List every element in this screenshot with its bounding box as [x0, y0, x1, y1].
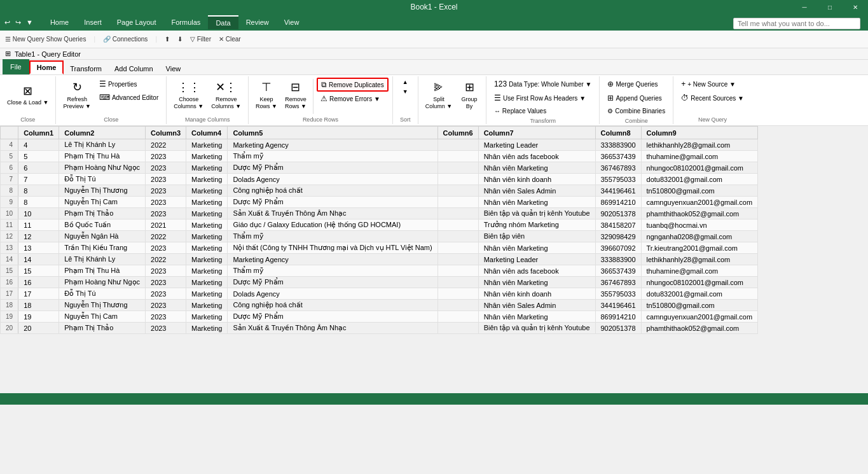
table-cell[interactable]: Marketing [186, 288, 228, 300]
table-cell[interactable] [437, 185, 478, 197]
col-header-2[interactable]: Column2 [59, 127, 146, 139]
table-cell[interactable]: 344196461 [595, 300, 641, 311]
table-cell[interactable] [437, 288, 478, 300]
table-cell[interactable]: phamthithaok052@gmail.com [641, 208, 757, 220]
table-cell[interactable]: Bồ Quốc Tuấn [59, 220, 146, 231]
table-cell[interactable]: Nhân viên Sales Admin [478, 185, 595, 197]
table-cell[interactable]: Biên tập và quản trị kênh Youtube [478, 323, 595, 334]
table-cell[interactable]: nhungoc08102001@gmail.com [641, 162, 757, 174]
table-cell[interactable]: Dược Mỹ Phẩm [228, 277, 437, 288]
table-cell[interactable]: Phạm Hoàng Như Ngọc [59, 277, 146, 288]
table-cell[interactable]: 902051378 [595, 208, 641, 220]
table-row[interactable]: 1212Nguyễn Ngân Hà2022MarketingThẩm mỹBi… [1, 231, 758, 242]
table-cell[interactable]: Nhân viên Marketing [478, 197, 595, 208]
col-header-8[interactable]: Column8 [595, 127, 641, 139]
table-cell[interactable]: Lê Thị Khánh Ly [59, 254, 146, 265]
col-header-4[interactable]: Column4 [186, 127, 228, 139]
undo-btn[interactable]: ↩ [3, 17, 12, 28]
table-cell[interactable]: Đỗ Thị Tú [59, 288, 146, 300]
table-cell[interactable]: Công nghiệp hoá chất [228, 185, 437, 197]
table-cell[interactable]: Thẩm mỹ [228, 151, 437, 162]
table-cell[interactable]: Lê Thị Khánh Ly [59, 139, 146, 151]
data-type-btn[interactable]: 123 Data Type: Whole Number ▼ [490, 78, 595, 90]
col-header-6[interactable]: Column6 [437, 127, 478, 139]
table-cell[interactable]: 13 [18, 242, 59, 254]
table-row[interactable]: 1313Trần Thị Kiều Trang2023MarketingNội … [1, 242, 758, 254]
table-cell[interactable]: 16 [18, 277, 59, 288]
table-cell[interactable] [437, 139, 478, 151]
table-cell[interactable] [437, 174, 478, 185]
remove-errors-btn[interactable]: ⚠ Remove Errors ▼ [317, 92, 389, 105]
table-cell[interactable]: thuhamine@gmail.com [641, 151, 757, 162]
table-cell[interactable]: 10 [18, 208, 59, 220]
sort-desc-ribbon-btn[interactable]: ▼ [400, 87, 411, 96]
table-cell[interactable]: 902051378 [595, 323, 641, 334]
properties-btn[interactable]: ☰ Properties [95, 78, 162, 90]
table-cell[interactable]: Biên tập và quản trị kênh Youtube [478, 208, 595, 220]
table-cell[interactable]: nhungoc08102001@gmail.com [641, 277, 757, 288]
table-cell[interactable]: 2023 [146, 197, 186, 208]
table-cell[interactable]: 5 [18, 151, 59, 162]
table-cell[interactable]: Nhân viên Marketing [478, 311, 595, 323]
table-cell[interactable] [437, 242, 478, 254]
table-cell[interactable]: 2023 [146, 208, 186, 220]
qe-tab-add-column[interactable]: Add Column [108, 63, 160, 74]
table-cell[interactable]: Phạm Thị Thảo [59, 208, 146, 220]
table-cell[interactable]: Nguyễn Thị Thương [59, 185, 146, 197]
table-cell[interactable]: Phạm Hoàng Như Ngọc [59, 162, 146, 174]
table-cell[interactable]: 869914210 [595, 311, 641, 323]
table-cell[interactable]: Nội thất (Công ty TNHH Thương mại và Dịc… [228, 242, 437, 254]
table-cell[interactable]: Nguyễn Thị Cam [59, 311, 146, 323]
combine-binaries-btn[interactable]: ⚙ Combine Binaries [603, 106, 669, 116]
merge-queries-btn[interactable]: ⊕ Merge Queries [603, 78, 669, 90]
advanced-editor-btn[interactable]: ⌨ Advanced Editor [95, 91, 162, 104]
table-cell[interactable]: Biên tập viên [478, 231, 595, 242]
table-cell[interactable]: Dược Mỹ Phẩm [228, 311, 437, 323]
tab-insert[interactable]: Insert [76, 15, 109, 29]
close-load-btn[interactable]: ⊠ Close & Load ▼ [4, 78, 52, 113]
table-cell[interactable]: Tr.kieutrang2001@gmail.com [641, 242, 757, 254]
table-row[interactable]: 1010Phạm Thị Thảo2023MarketingSản Xuất &… [1, 208, 758, 220]
replace-values-btn[interactable]: ↔ Replace Values [490, 106, 595, 116]
table-row[interactable]: 55Phạm Thị Thu Hà2023MarketingThẩm mỹNhâ… [1, 151, 758, 162]
show-queries-btn[interactable]: ☰ New Query Show Queries [5, 36, 86, 43]
table-cell[interactable]: Marketing [186, 323, 228, 334]
table-cell[interactable]: Nhân viên Marketing [478, 277, 595, 288]
group-by-btn[interactable]: ⊞ GroupBy [457, 78, 482, 113]
table-cell[interactable]: Marketing [186, 254, 228, 265]
sort-asc-ribbon-btn[interactable]: ▲ [400, 78, 411, 87]
table-cell[interactable]: Marketing Agency [228, 254, 437, 265]
tab-review[interactable]: Review [238, 15, 277, 29]
table-row[interactable]: 1919Nguyễn Thị Cam2023MarketingDược Mỹ P… [1, 311, 758, 323]
table-cell[interactable]: 333883900 [595, 139, 641, 151]
table-cell[interactable]: 2023 [146, 162, 186, 174]
table-cell[interactable]: Công nghiệp hoá chất [228, 300, 437, 311]
table-cell[interactable]: Nhân viên ads facebook [478, 151, 595, 162]
table-cell[interactable]: Marketing [186, 162, 228, 174]
table-cell[interactable]: Nguyễn Thị Thương [59, 300, 146, 311]
remove-duplicates-btn[interactable]: ⧉ Remove Duplicates [317, 78, 389, 92]
col-header-3[interactable]: Column3 [146, 127, 186, 139]
table-cell[interactable]: Marketing [186, 300, 228, 311]
table-cell[interactable]: Nguyễn Ngân Hà [59, 231, 146, 242]
table-cell[interactable]: Thẩm mỹ [228, 231, 437, 242]
tab-page-layout[interactable]: Page Layout [109, 15, 164, 29]
qe-tab-file[interactable]: File [3, 59, 29, 74]
table-cell[interactable]: Thẩm mỹ [228, 265, 437, 277]
table-cell[interactable]: camnguyenxuan2001@gmail.com [641, 311, 757, 323]
table-cell[interactable] [437, 208, 478, 220]
table-cell[interactable]: 2023 [146, 242, 186, 254]
table-cell[interactable]: 396607092 [595, 242, 641, 254]
table-cell[interactable]: Marketing [186, 139, 228, 151]
append-queries-btn[interactable]: ⊞ Append Queries [603, 92, 669, 104]
sort-desc-btn[interactable]: ⬇ [177, 36, 183, 43]
table-cell[interactable]: 2022 [146, 139, 186, 151]
table-cell[interactable]: 2022 [146, 254, 186, 265]
tab-home[interactable]: Home [43, 15, 76, 29]
qe-tab-home[interactable]: Home [29, 60, 64, 74]
table-cell[interactable]: 355795033 [595, 288, 641, 300]
table-cell[interactable]: 869914210 [595, 197, 641, 208]
table-cell[interactable]: 7 [18, 174, 59, 185]
keep-rows-btn[interactable]: ⊤ KeepRows ▼ [252, 78, 280, 113]
table-cell[interactable]: Marketing [186, 151, 228, 162]
